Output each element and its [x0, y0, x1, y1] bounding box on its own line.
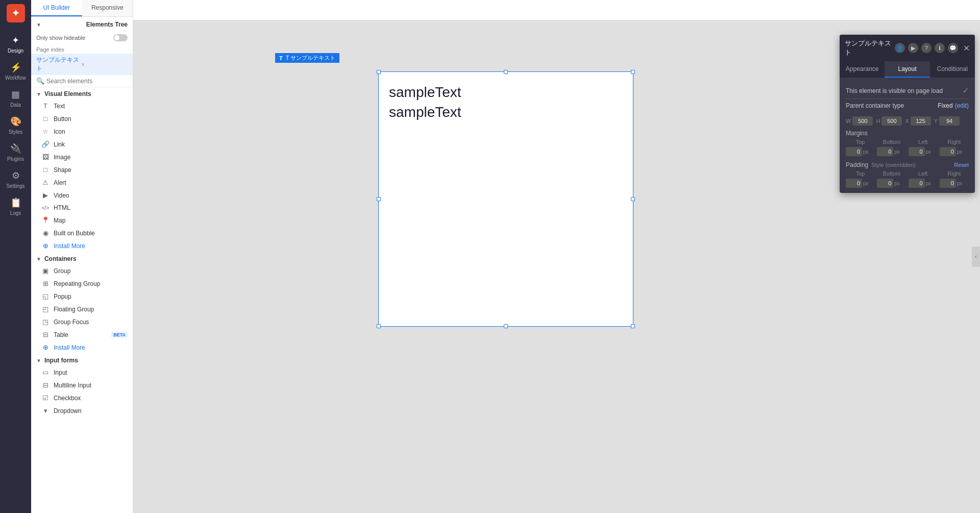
- margin-left-input[interactable]: [909, 147, 925, 156]
- element-item-multiline-input[interactable]: ⊟ Multiline Input: [31, 379, 133, 392]
- page-index-item[interactable]: サンプルテキスト ›: [31, 54, 133, 75]
- parent-container-edit[interactable]: (edit): [955, 102, 969, 109]
- nav-item-styles[interactable]: 🎨 Styles: [0, 112, 31, 139]
- visual-elements-label: Visual Elements: [44, 90, 91, 97]
- element-item-floating-group[interactable]: ◰ Floating Group: [31, 303, 133, 315]
- nav-item-logs[interactable]: 📋 Logs: [0, 193, 31, 220]
- element-item-dropdown[interactable]: ▾ Dropdown: [31, 404, 133, 417]
- element-item-checkbox[interactable]: ☑ Checkbox: [31, 392, 133, 404]
- visible-row: This element is visible on page load ✓: [846, 83, 969, 99]
- element-item-repeating-group[interactable]: ⊞ Repeating Group: [31, 277, 133, 290]
- install-more-2-label: Install More: [54, 344, 85, 351]
- element-item-popup[interactable]: ◱ Popup: [31, 290, 133, 303]
- h-input[interactable]: [881, 116, 902, 126]
- handle-bot-center[interactable]: [504, 324, 508, 328]
- element-item-html[interactable]: </> HTML: [31, 202, 133, 214]
- tab-appearance[interactable]: Appearance: [840, 61, 885, 78]
- built-on-bubble-icon: ◉: [41, 229, 50, 237]
- handle-bot-right[interactable]: [631, 324, 635, 328]
- y-label: Y: [934, 118, 938, 124]
- x-input[interactable]: [911, 116, 931, 126]
- element-item-link[interactable]: 🔗 Link: [31, 138, 133, 151]
- multiline-input-label: Multiline Input: [54, 382, 91, 389]
- handle-bot-left[interactable]: [377, 324, 381, 328]
- margin-left-unit: px: [926, 149, 932, 155]
- visual-elements-header[interactable]: ▼ Visual Elements: [31, 87, 133, 100]
- collapse-icon[interactable]: ▼: [36, 22, 41, 28]
- right-panel: サンプルテキスト 👤 ▶ ? ℹ 💬 ✕ Appearance Layout C…: [840, 35, 975, 193]
- padding-bottom-input[interactable]: [877, 179, 893, 188]
- nav-item-settings[interactable]: ⚙ Settings: [0, 166, 31, 193]
- group-focus-icon: ◳: [41, 318, 50, 326]
- margin-right-input[interactable]: [940, 147, 956, 156]
- nav-label-plugins: Plugins: [7, 156, 24, 162]
- handle-top-right[interactable]: [631, 70, 635, 74]
- containers-label: Containers: [44, 255, 77, 262]
- containers-arrow: ▼: [36, 256, 41, 262]
- element-item-install-more-2[interactable]: ⊕ Install More: [31, 341, 133, 354]
- handle-mid-left[interactable]: [377, 197, 381, 201]
- input-forms-label: Input forms: [44, 357, 78, 364]
- nav-item-design[interactable]: ✦ Design: [0, 31, 31, 58]
- element-item-video[interactable]: ▶ Video: [31, 189, 133, 202]
- only-show-toggle[interactable]: [113, 34, 128, 41]
- tab-conditional[interactable]: Conditional: [930, 61, 975, 78]
- y-input[interactable]: [939, 116, 960, 126]
- margin-bottom-input[interactable]: [877, 147, 893, 156]
- tab-responsive[interactable]: Responsive: [82, 0, 133, 16]
- element-item-install-more[interactable]: ⊕ Install More: [31, 239, 133, 252]
- nav-item-plugins[interactable]: 🔌 Plugins: [0, 139, 31, 166]
- top-bar: [133, 0, 980, 20]
- panel-tabs: Appearance Layout Conditional: [840, 61, 975, 78]
- canvas-collapse-bar[interactable]: ‹: [972, 247, 980, 267]
- html-element-icon: </>: [41, 205, 50, 211]
- element-item-map[interactable]: 📍 Map: [31, 214, 133, 227]
- panel-info-icon[interactable]: ℹ: [935, 43, 945, 53]
- margin-bottom-group: px: [877, 147, 906, 156]
- multiline-input-icon: ⊟: [41, 381, 50, 389]
- canvas-text-line2: sampleText: [389, 102, 623, 122]
- element-item-icon[interactable]: ☆ Icon: [31, 125, 133, 138]
- padding-left-input[interactable]: [909, 179, 925, 188]
- panel-user-icon[interactable]: 👤: [895, 43, 905, 53]
- padding-right-input[interactable]: [940, 179, 956, 188]
- nav-item-workflow[interactable]: ⚡ Workflow: [0, 58, 31, 85]
- element-item-group[interactable]: ▣ Group: [31, 264, 133, 277]
- text-element-icon: T: [41, 102, 50, 110]
- panel-play-icon[interactable]: ▶: [908, 43, 918, 53]
- visible-checkmark: ✓: [962, 86, 969, 95]
- element-item-shape[interactable]: □ Shape: [31, 163, 133, 176]
- element-item-button[interactable]: □ Button: [31, 112, 133, 125]
- element-item-text[interactable]: T Text: [31, 100, 133, 112]
- popup-icon: ◱: [41, 292, 50, 300]
- input-forms-header[interactable]: ▼ Input forms: [31, 354, 133, 366]
- only-show-hideable-row: Only show hideable: [31, 32, 133, 44]
- element-item-built-on-bubble[interactable]: ◉ Built on Bubble: [31, 227, 133, 239]
- element-item-alert[interactable]: ⚠ Alert: [31, 176, 133, 189]
- search-input[interactable]: [46, 78, 128, 85]
- panel-comment-icon[interactable]: 💬: [948, 43, 958, 53]
- containers-header[interactable]: ▼ Containers: [31, 252, 133, 264]
- panel-close-button[interactable]: ✕: [963, 43, 970, 53]
- padding-top-input[interactable]: [846, 179, 862, 188]
- handle-top-center[interactable]: [504, 70, 508, 74]
- padding-left-unit: px: [926, 181, 932, 186]
- tab-layout[interactable]: Layout: [885, 61, 929, 78]
- element-item-group-focus[interactable]: ◳ Group Focus: [31, 315, 133, 328]
- margin-top-input[interactable]: [846, 147, 862, 156]
- canvas-text-element[interactable]: sampleText sampleText: [378, 71, 633, 327]
- panel-question-icon[interactable]: ?: [921, 43, 932, 53]
- tab-ui-builder[interactable]: UI Builder: [31, 0, 82, 16]
- padding-top-label: Top: [846, 170, 875, 177]
- element-item-image[interactable]: 🖼 Image: [31, 151, 133, 163]
- padding-right-label: Right: [940, 170, 969, 177]
- link-element-icon: 🔗: [41, 140, 50, 148]
- element-item-input[interactable]: ▭ Input: [31, 366, 133, 379]
- margin-left-group: px: [909, 147, 938, 156]
- padding-reset-button[interactable]: Reset: [954, 162, 969, 168]
- w-input[interactable]: [852, 116, 873, 126]
- handle-mid-right[interactable]: [631, 197, 635, 201]
- element-item-table[interactable]: ⊟ Table BETA: [31, 328, 133, 341]
- handle-top-left[interactable]: [377, 70, 381, 74]
- nav-item-data[interactable]: ▦ Data: [0, 85, 31, 112]
